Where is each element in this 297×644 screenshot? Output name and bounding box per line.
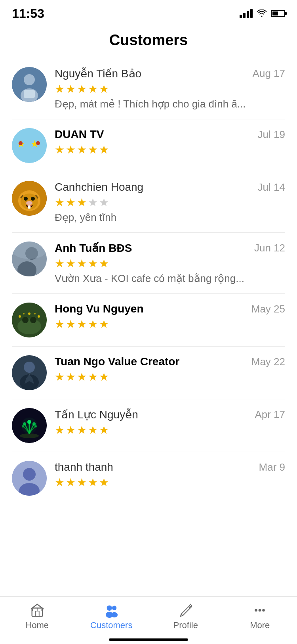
svg-point-24 [22, 317, 29, 323]
nav-customers-label: Customers [90, 620, 132, 631]
customer-header: thanh thanh Mar 9 [55, 461, 285, 473]
star-rating: ★ ★ ★ ★ ★ [55, 318, 285, 331]
avatar [12, 242, 47, 276]
star-rating: ★ ★ ★ ★ ★ [55, 196, 285, 209]
bottom-nav: Home Customers Profile More [0, 596, 297, 644]
list-item[interactable]: Hong Vu Nguyen May 25 ★ ★ ★ ★ ★ [12, 294, 285, 347]
customer-info: Canhchien Hoang Jul 14 ★ ★ ★ ★ ★ Đẹp, yê… [55, 181, 285, 224]
svg-point-38 [20, 433, 39, 438]
svg-point-28 [28, 312, 30, 315]
svg-point-56 [112, 606, 116, 610]
svg-point-32 [24, 362, 35, 373]
svg-point-30 [34, 313, 36, 314]
svg-point-14 [24, 197, 28, 201]
customer-date: Aug 17 [253, 67, 285, 80]
customer-name: Nguyễn Tiến Bảo [55, 67, 141, 80]
customer-info: Hong Vu Nguyen May 25 ★ ★ ★ ★ ★ [55, 303, 285, 333]
customer-name: Anh Tuấn BĐS [55, 242, 132, 255]
avatar [12, 128, 47, 163]
avatar [12, 355, 47, 390]
svg-point-15 [31, 197, 35, 201]
customer-date: Jul 19 [258, 128, 285, 141]
home-icon [30, 603, 45, 618]
svg-point-29 [23, 313, 25, 314]
status-time: 11:53 [12, 6, 44, 21]
customer-header: Hong Vu Nguyen May 25 [55, 303, 285, 315]
svg-point-8 [36, 141, 40, 145]
list-item[interactable]: thanh thanh Mar 9 ★ ★ ★ ★ ★ [12, 452, 285, 504]
svg-point-57 [111, 612, 118, 617]
nav-more[interactable]: More [223, 597, 297, 636]
customer-review: Vườn Xưa - KOI cafe có mặt bằng rộng... [55, 272, 285, 285]
nav-home[interactable]: Home [0, 597, 74, 636]
customer-date: Jun 12 [254, 242, 285, 254]
nav-home-label: Home [25, 620, 49, 631]
svg-rect-21 [12, 242, 47, 259]
list-item[interactable]: Tuan Ngo Value Creator May 22 ★ ★ ★ ★ ★ [12, 347, 285, 399]
customer-name: thanh thanh [55, 461, 113, 473]
wifi-icon [257, 10, 267, 17]
customer-header: Anh Tuấn BĐS Jun 12 [55, 242, 285, 255]
star-rating: ★ ★ ★ ★ ★ [55, 143, 285, 156]
avatar [12, 303, 47, 337]
status-icons [240, 9, 285, 18]
svg-point-54 [107, 605, 112, 610]
svg-rect-17 [28, 205, 30, 209]
svg-point-46 [23, 468, 36, 481]
customer-name: Tuan Ngo Value Creator [55, 355, 179, 368]
list-item[interactable]: Canhchien Hoang Jul 14 ★ ★ ★ ★ ★ Đẹp, yê… [12, 172, 285, 233]
avatar [12, 461, 47, 496]
customer-date: Apr 17 [255, 408, 285, 421]
svg-point-25 [30, 317, 36, 323]
customer-date: Jul 14 [258, 181, 285, 194]
customer-name: Tấn Lực Nguyễn [55, 408, 138, 421]
avatar [12, 67, 47, 102]
customer-info: Tuan Ngo Value Creator May 22 ★ ★ ★ ★ ★ [55, 355, 285, 386]
list-item[interactable]: Anh Tuấn BĐS Jun 12 ★ ★ ★ ★ ★ Vườn Xưa -… [12, 233, 285, 294]
customer-header: Nguyễn Tiến Bảo Aug 17 [55, 67, 285, 80]
list-item[interactable]: Tấn Lực Nguyễn Apr 17 ★ ★ ★ ★ ★ [12, 399, 285, 452]
star-rating: ★ ★ ★ ★ ★ [55, 424, 285, 437]
nav-profile[interactable]: Profile [148, 597, 223, 636]
customer-date: May 25 [251, 303, 285, 315]
customer-review: Đẹp, mát mẻ ! Thích hợp cho gia đình ă..… [55, 98, 285, 110]
customer-info: Anh Tuấn BĐS Jun 12 ★ ★ ★ ★ ★ Vườn Xưa -… [55, 242, 285, 285]
nav-profile-label: Profile [173, 620, 198, 631]
customer-list: Nguyễn Tiến Bảo Aug 17 ★ ★ ★ ★ ★ Đẹp, má… [0, 58, 297, 504]
customer-header: Tấn Lực Nguyễn Apr 17 [55, 408, 285, 421]
star-rating: ★ ★ ★ ★ ★ [55, 257, 285, 270]
svg-point-60 [259, 609, 261, 611]
customer-info: thanh thanh Mar 9 ★ ★ ★ ★ ★ [55, 461, 285, 491]
profile-icon [178, 603, 193, 618]
customer-review: Đẹp, yên tĩnh [55, 211, 285, 224]
customer-date: Mar 9 [259, 461, 285, 473]
star-rating: ★ ★ ★ ★ ★ [55, 82, 285, 96]
customers-icon [104, 603, 119, 618]
svg-point-61 [262, 609, 265, 611]
customer-header: Tuan Ngo Value Creator May 22 [55, 355, 285, 368]
customer-info: Tấn Lực Nguyễn Apr 17 ★ ★ ★ ★ ★ [55, 408, 285, 439]
svg-point-26 [19, 315, 21, 318]
svg-point-7 [19, 141, 23, 145]
page-title: Customers [0, 24, 297, 58]
svg-point-1 [24, 74, 35, 85]
customer-name: DUAN TV [55, 128, 104, 141]
svg-rect-49 [35, 611, 39, 616]
more-icon [252, 603, 267, 618]
svg-point-23 [17, 318, 41, 334]
nav-more-label: More [250, 620, 270, 631]
status-bar: 11:53 [0, 0, 297, 24]
nav-customers[interactable]: Customers [74, 597, 149, 636]
customer-name: Canhchien Hoang [55, 181, 143, 194]
list-item[interactable]: Nguyễn Tiến Bảo Aug 17 ★ ★ ★ ★ ★ Đẹp, má… [12, 58, 285, 119]
avatar [12, 181, 47, 216]
svg-point-16 [26, 201, 32, 205]
home-bar [109, 638, 188, 641]
list-item[interactable]: DUAN TV Jul 19 ★ ★ ★ ★ ★ [12, 119, 285, 172]
customer-header: Canhchien Hoang Jul 14 [55, 181, 285, 194]
customer-header: DUAN TV Jul 19 [55, 128, 285, 141]
customer-date: May 22 [251, 356, 285, 368]
svg-point-59 [255, 609, 257, 611]
star-rating: ★ ★ ★ ★ ★ [55, 476, 285, 489]
svg-point-27 [38, 315, 40, 318]
